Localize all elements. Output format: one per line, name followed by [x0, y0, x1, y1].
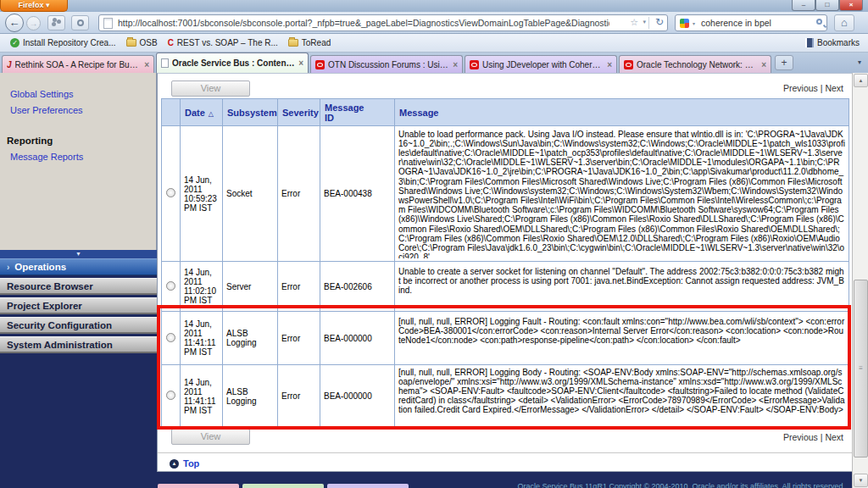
extension-button-2[interactable] — [71, 15, 89, 30]
header-message[interactable]: Message — [395, 99, 849, 126]
tab-oracle-service-bus[interactable]: Oracle Service Bus : Contents of do... × — [156, 53, 309, 73]
scrollbar-thumb[interactable]: ≡ — [854, 280, 868, 458]
firefox-menu-button[interactable]: Firefox ▾ — [0, 0, 68, 12]
tab-close-icon[interactable]: × — [144, 60, 149, 69]
header-severity[interactable]: Severity — [278, 99, 320, 126]
cell-date: 14 Jun, 2011 10:59:23 PM IST — [181, 126, 223, 262]
bookmark-folder-osb[interactable]: OSB — [126, 38, 158, 47]
cell-subsystem: ALSB Logging — [223, 312, 278, 365]
tab-close-icon[interactable]: × — [761, 60, 766, 69]
list-all-tabs-icon[interactable]: ▾ — [858, 58, 861, 66]
pagination-bottom: Previous | Next — [783, 432, 843, 442]
restore-button[interactable]: □ — [815, 0, 839, 11]
header-date[interactable]: Date△ — [181, 99, 223, 126]
cell-date: 14 Jun, 2011 11:41:11 PM IST — [181, 312, 223, 365]
table-row: 14 Jun, 2011 11:41:11 PM IST ALSB Loggin… — [162, 312, 849, 365]
previous-link[interactable]: Previous — [783, 432, 818, 442]
row-radio[interactable] — [166, 281, 175, 291]
row-radio[interactable] — [166, 333, 175, 342]
view-button-bottom[interactable]: View — [171, 429, 250, 445]
minimize-button[interactable]: – — [792, 0, 815, 11]
content-divider — [158, 452, 852, 453]
cell-message-id: BEA-000000 — [320, 365, 395, 428]
scroll-down-icon[interactable]: ▼ — [854, 474, 868, 487]
caret-down-icon: ▾ — [46, 1, 50, 9]
tab-close-icon[interactable]: × — [607, 60, 612, 69]
row-radio[interactable] — [166, 391, 175, 400]
extension-dots-icon — [53, 18, 57, 22]
sidebar-item-security-configuration[interactable]: Security Configuration — [0, 317, 157, 334]
next-link[interactable]: Next — [825, 83, 843, 93]
top-link-label: Top — [183, 458, 199, 469]
search-box[interactable]: ▾ — [675, 14, 827, 31]
sidebar-item-project-explorer[interactable]: Project Explorer — [0, 297, 157, 314]
row-radio[interactable] — [166, 188, 175, 197]
close-button[interactable]: × — [839, 0, 863, 11]
next-link[interactable]: Next — [825, 432, 843, 442]
search-icon[interactable] — [816, 19, 822, 25]
search-engine-dropdown-icon[interactable]: ▾ — [693, 20, 695, 26]
cell-severity: Error — [278, 312, 320, 365]
accordion-label: Operations — [14, 262, 66, 272]
show-bookmarks-button[interactable]: Bookmarks — [805, 38, 860, 47]
url-dropdown-icon[interactable]: ▾ — [643, 19, 646, 25]
cell-message: Unable to load performance pack. Using J… — [398, 130, 845, 258]
cutoff-artifact — [158, 484, 239, 488]
scroll-up-icon[interactable]: ▲ — [854, 74, 868, 87]
bookmark-folder-toread[interactable]: ToRead — [288, 38, 331, 47]
table-toolbar-bottom: View Previous | Next — [158, 427, 852, 449]
back-to-top-link[interactable]: ▲ Top — [170, 458, 199, 469]
vertical-scrollbar[interactable]: ▲ ≡ ▼ — [852, 73, 868, 488]
cell-message-id: BEA-000000 — [320, 312, 395, 365]
header-message-id[interactable]: Message ID — [320, 99, 395, 126]
tab-label: Using JDeveloper with Coherence — [482, 60, 604, 69]
check-icon: ✓ — [10, 38, 19, 47]
cutoff-artifact — [327, 484, 409, 488]
view-button-top[interactable]: View — [171, 80, 250, 97]
sidebar-item-resource-browser[interactable]: Resource Browser — [0, 278, 157, 295]
collapse-arrow-icon: ▼ — [75, 251, 81, 257]
bookmark-label: ToRead — [302, 38, 331, 47]
sidebar-top-panel: Global Settings User Preferences Reporti… — [0, 73, 157, 250]
cell-date: 14 Jun, 2011 11:02:10 PM IST — [181, 262, 223, 312]
bookmark-item[interactable]: C REST vs. SOAP – The R... — [168, 38, 278, 47]
sidebar-collapse-bar[interactable]: ▼ — [0, 250, 157, 258]
cell-message-id: BEA-000438 — [320, 126, 395, 262]
jdeveloper-icon: J — [7, 60, 12, 69]
accordion-label: System Administration — [7, 340, 113, 350]
bookmarks-label: Bookmarks — [817, 38, 860, 47]
header-subsystem[interactable]: Subsystem — [223, 99, 278, 126]
tab-label: Oracle Service Bus : Contents of do... — [172, 58, 295, 68]
bookmark-star-icon[interactable]: ☆ — [630, 17, 638, 28]
sidebar-link-user-preferences[interactable]: User Preferences — [10, 105, 156, 115]
forward-button[interactable]: → — [26, 16, 41, 30]
extension-button-1[interactable] — [47, 15, 65, 30]
sidebar-item-system-administration[interactable]: System Administration — [0, 336, 157, 353]
up-arrow-icon: ▲ — [170, 459, 179, 469]
url-input[interactable] — [118, 16, 609, 30]
tab-jdeveloper-coherence[interactable]: Using JDeveloper with Coherence × — [465, 55, 617, 73]
reload-icon[interactable]: ↻ — [655, 16, 664, 28]
previous-link[interactable]: Previous — [783, 83, 818, 93]
tab-oracle-technology-network[interactable]: Oracle Technology Network: Recent ... × — [619, 55, 771, 73]
tab-rethink-soa[interactable]: J Rethink SOA - A Recipe for Business ..… — [2, 55, 154, 73]
sidebar-link-message-reports[interactable]: Message Reports — [10, 152, 156, 162]
back-button[interactable]: ← — [5, 14, 24, 32]
tab-otn-forums[interactable]: OTN Discussion Forums : Using Cohe... × — [310, 55, 463, 73]
url-bar[interactable]: ☆ ▾ ↻ — [98, 14, 668, 31]
bookmark-item[interactable]: ✓ Install Repository Crea... — [10, 38, 116, 47]
cell-severity: Error — [278, 262, 320, 312]
search-input[interactable] — [701, 16, 803, 30]
cell-message: [null, null, null, ERROR] Logging Fault … — [398, 317, 845, 363]
accordion-label: Resource Browser — [7, 281, 93, 291]
sidebar-link-global-settings[interactable]: Global Settings — [10, 89, 156, 99]
home-button[interactable]: ⌂ — [834, 14, 854, 31]
google-icon[interactable] — [680, 19, 689, 28]
oracle-icon — [315, 60, 325, 69]
sidebar-section-reporting: Reporting — [7, 136, 156, 146]
sidebar-item-operations[interactable]: › Operations — [0, 258, 157, 275]
tab-close-icon[interactable]: × — [453, 60, 458, 69]
new-tab-button[interactable]: + — [775, 55, 793, 70]
tab-close-icon[interactable]: × — [298, 58, 303, 68]
sort-ascending-icon[interactable]: △ — [209, 110, 214, 118]
